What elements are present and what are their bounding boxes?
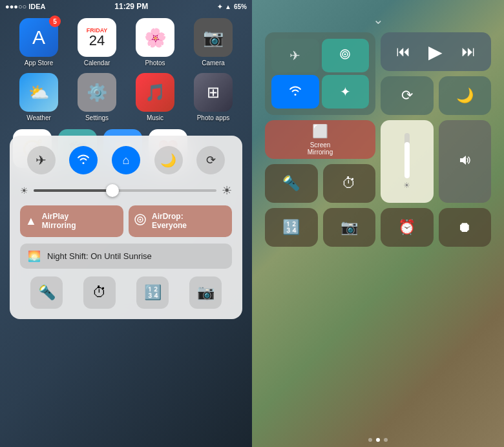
- brightness-min-icon: ☀: [20, 185, 28, 196]
- airplay-icon: ▲: [25, 214, 37, 228]
- calculator-util-icon: 🔢: [282, 219, 300, 236]
- cellular-tile[interactable]: [322, 39, 370, 72]
- photos-app-icon[interactable]: 🌸 Photos: [129, 18, 181, 67]
- music-label: Music: [147, 114, 163, 121]
- left-panel: ●●●○○ IDEA 11:29 PM ✦ ▲ 65% A 5 App Stor…: [0, 0, 252, 447]
- svg-point-5: [344, 54, 346, 56]
- night-shift-button[interactable]: 🌅 Night Shift: On Until Sunrise: [20, 244, 232, 269]
- airplane-tile-icon: ✈: [289, 48, 300, 63]
- calendar-img: Friday 24: [78, 18, 116, 57]
- bluetooth-tile-icon: ✦: [340, 84, 351, 99]
- flashlight-util-tile[interactable]: 🔦: [265, 164, 318, 203]
- do-not-disturb-button[interactable]: 🌙: [154, 146, 183, 174]
- carrier-label: ●●●○○ IDEA: [5, 3, 46, 10]
- settings-label: Settings: [85, 114, 109, 121]
- brightness-slider: [404, 133, 410, 178]
- camera-cc-icon: 📷: [197, 284, 215, 301]
- wifi-button[interactable]: [69, 146, 98, 174]
- camera-util-tile[interactable]: 📷: [323, 208, 376, 247]
- screen-rotation-tile-icon: ⟳: [401, 87, 413, 104]
- photoapps-label: Photo apps: [197, 114, 230, 121]
- calculator-util-tile[interactable]: 🔢: [265, 208, 318, 247]
- settings-app-icon[interactable]: ⚙️ Settings: [71, 73, 123, 121]
- flashlight-button[interactable]: 🔦: [30, 276, 63, 309]
- alarm-util-tile[interactable]: ⏰: [381, 208, 434, 247]
- night-shift-icon: 🌅: [28, 250, 41, 262]
- chevron-indicator: ⌄: [373, 12, 384, 27]
- app-store-label: App Store: [25, 59, 53, 67]
- bluetooth-tile[interactable]: ✦: [322, 75, 370, 109]
- record-util-tile[interactable]: ⏺: [439, 208, 492, 247]
- brightness-max-icon: ☀: [222, 183, 232, 198]
- camera-glyph: 📷: [203, 28, 224, 48]
- camera-label: Camera: [202, 59, 225, 67]
- battery-status: 65%: [234, 3, 247, 10]
- brightness-tile[interactable]: ☀: [381, 120, 434, 203]
- timer-util-tile[interactable]: ⏱: [323, 164, 376, 203]
- flashlight-util-icon: 🔦: [282, 175, 300, 192]
- airplane-mode-button[interactable]: ✈: [27, 146, 56, 174]
- alarm-util-icon: ⏰: [398, 219, 415, 236]
- brightness-thumb: [106, 184, 119, 197]
- moon-tile-icon: 🌙: [456, 87, 474, 104]
- photos-img: 🌸: [136, 18, 174, 57]
- airdrop-button[interactable]: AirDrop:Everyone: [129, 205, 232, 237]
- screen-mirroring-tile[interactable]: ⬜ ScreenMirroring: [265, 120, 375, 159]
- night-shift-label: Night Shift: On Until Sunrise: [47, 251, 152, 261]
- screen-rotation-button[interactable]: ⟳: [196, 146, 225, 174]
- airplay-label: AirPlayMirroring: [42, 212, 76, 231]
- timer-util-icon: ⏱: [342, 175, 356, 192]
- brightness-slider-fill: [404, 142, 410, 178]
- app-store-icon[interactable]: A 5 App Store: [13, 18, 65, 67]
- settings-glyph: ⚙️: [87, 83, 107, 103]
- calendar-app-icon[interactable]: Friday 24 Calendar: [71, 18, 123, 67]
- app-grid: A 5 App Store Friday 24 Calendar 🌸 Photo…: [0, 18, 252, 121]
- brightness-track[interactable]: [34, 189, 216, 192]
- play-pause-button[interactable]: ▶: [428, 41, 443, 63]
- cc-toggle-row: ✈ ⌂ 🌙 ⟳: [20, 146, 232, 174]
- settings-img: ⚙️: [78, 73, 116, 112]
- right-cc-container: ✈: [265, 32, 491, 247]
- screen-mirroring-icon: ⬜: [312, 123, 328, 139]
- brightness-fill: [34, 189, 116, 192]
- timer-button[interactable]: ⏱: [83, 276, 116, 309]
- music-img: 🎵: [136, 73, 174, 112]
- weather-app-icon[interactable]: ⛅ Weather: [13, 73, 65, 121]
- calendar-label: Calendar: [84, 59, 110, 67]
- prev-track-button[interactable]: ⏮: [396, 43, 410, 60]
- control-center-overlay: ✈ ⌂ 🌙 ⟳ ☀: [10, 136, 242, 319]
- calculator-button[interactable]: 🔢: [136, 276, 169, 309]
- page-dot-2: [376, 438, 380, 442]
- app-store-img: A 5: [19, 18, 58, 57]
- wifi-tile-icon: [288, 85, 302, 99]
- media-controls-tile[interactable]: ⏮ ▶ ⏭: [381, 32, 491, 71]
- airplane-mode-tile[interactable]: ✈: [271, 39, 319, 72]
- photoapps-img: ⊞: [194, 73, 233, 112]
- weather-glyph: ⛅: [28, 83, 49, 103]
- airdrop-label: AirDrop:Everyone: [152, 212, 187, 231]
- weather-label: Weather: [26, 114, 51, 121]
- wifi-icon: [76, 153, 90, 167]
- airplay-mirroring-button[interactable]: ▲ AirPlayMirroring: [20, 205, 123, 237]
- camera-cc-button[interactable]: 📷: [189, 276, 222, 309]
- volume-tile[interactable]: [439, 120, 492, 203]
- camera-app-icon[interactable]: 📷 Camera: [187, 18, 239, 67]
- music-app-icon[interactable]: 🎵 Music: [129, 73, 181, 121]
- photos-glyph: 🌸: [144, 27, 167, 48]
- wifi-tile[interactable]: [271, 75, 319, 109]
- page-dot-1: [368, 438, 372, 442]
- bluetooth-button[interactable]: ⌂: [112, 146, 140, 174]
- camera-util-icon: 📷: [341, 219, 358, 236]
- volume-icon: [457, 153, 472, 171]
- calculator-icon: 🔢: [144, 284, 162, 301]
- svg-point-2: [140, 219, 142, 221]
- do-not-disturb-tile[interactable]: 🌙: [439, 76, 492, 115]
- next-track-button[interactable]: ⏭: [461, 43, 476, 60]
- photos-label: Photos: [145, 59, 165, 67]
- connectivity-block: ✈: [265, 32, 375, 115]
- cc-bottom-row: 🔦 ⏱ 🔢 📷: [20, 276, 232, 309]
- screen-rotation-tile[interactable]: ⟳: [381, 76, 434, 115]
- weather-img: ⛅: [19, 73, 58, 112]
- moon-icon: 🌙: [160, 152, 176, 168]
- photo-apps-icon[interactable]: ⊞ Photo apps: [187, 73, 239, 121]
